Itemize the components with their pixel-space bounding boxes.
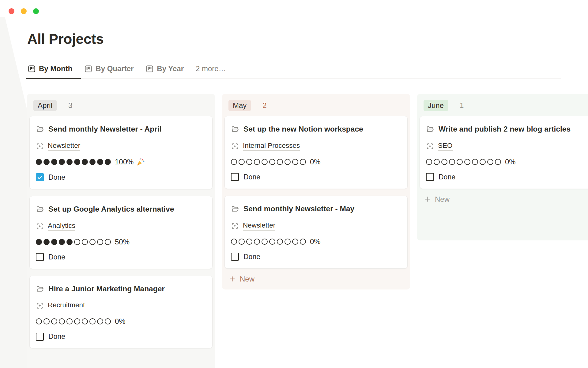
- zoom-window-button[interactable]: [33, 8, 39, 14]
- column-pill[interactable]: June: [424, 100, 448, 111]
- new-item-label: New: [240, 275, 254, 283]
- project-card[interactable]: Write and publish 2 new blog articlesSEO…: [420, 116, 588, 189]
- progress-percent: 0%: [310, 237, 321, 246]
- plus-icon: [424, 196, 431, 203]
- party-popper-icon: [136, 158, 145, 167]
- minimize-window-button[interactable]: [21, 8, 27, 14]
- card-title: Set up the new Notion workspace: [243, 124, 363, 135]
- column-cards: Send monthly Newsletter - AprilNewslette…: [29, 116, 213, 348]
- progress-dot: [105, 239, 111, 245]
- project-link[interactable]: Newsletter: [48, 142, 80, 151]
- project-property-row: Newsletter: [36, 142, 206, 151]
- tab-label: By Quarter: [96, 64, 134, 73]
- progress-dot: [74, 318, 80, 324]
- project-card[interactable]: Send monthly Newsletter - MayNewsletter0…: [224, 196, 408, 269]
- progress-row: 0%: [231, 237, 401, 246]
- progress-dot: [300, 159, 306, 165]
- progress-dot: [89, 239, 96, 245]
- done-label: Done: [48, 173, 65, 182]
- done-row: Done: [426, 173, 588, 181]
- progress-dot: [239, 239, 245, 245]
- progress-dot: [277, 159, 283, 165]
- project-card[interactable]: Send monthly Newsletter - AprilNewslette…: [29, 116, 213, 189]
- tab-label: By Year: [157, 64, 184, 73]
- new-item-button[interactable]: New: [224, 269, 408, 287]
- project-property-row: Recruitment: [36, 301, 206, 310]
- done-checkbox[interactable]: [36, 173, 44, 181]
- project-link[interactable]: Internal Processes: [243, 142, 300, 151]
- open-folder-icon: [231, 125, 239, 133]
- column-pill[interactable]: April: [33, 100, 57, 111]
- done-checkbox[interactable]: [231, 253, 239, 261]
- card-title-row: Set up the new Notion workspace: [231, 124, 401, 135]
- column-header: April3: [29, 96, 213, 116]
- open-folder-icon: [36, 205, 44, 213]
- progress-dot: [480, 159, 486, 165]
- progress-dot: [277, 239, 283, 245]
- board-column-april: April3Send monthly Newsletter - AprilNew…: [27, 94, 215, 368]
- card-title-row: Send monthly Newsletter - April: [36, 124, 206, 135]
- progress-dot: [43, 318, 50, 324]
- progress-dot: [449, 159, 455, 165]
- progress-dot: [66, 159, 73, 165]
- progress-dot: [82, 239, 88, 245]
- progress-dot: [262, 239, 268, 245]
- board-column-may: May2Set up the new Notion workspaceInter…: [222, 94, 410, 289]
- tab-2-more[interactable]: 2 more…: [195, 63, 227, 79]
- done-row: Done: [231, 253, 401, 261]
- done-row: Done: [231, 173, 401, 181]
- progress-percent: 100%: [115, 158, 134, 166]
- progress-dot: [51, 318, 57, 324]
- project-card[interactable]: Set up the new Notion workspaceInternal …: [224, 116, 408, 189]
- project-property-row: Analytics: [36, 222, 206, 231]
- progress-row: 50%: [36, 238, 206, 246]
- new-item-button[interactable]: New: [420, 189, 588, 207]
- tabs-row: By MonthBy QuarterBy Year2 more…: [27, 63, 561, 79]
- progress-dot: [105, 318, 111, 324]
- project-target-icon: [231, 142, 239, 150]
- project-target-icon: [36, 222, 44, 230]
- done-checkbox[interactable]: [36, 253, 44, 261]
- progress-dot: [43, 239, 50, 245]
- column-count: 2: [262, 101, 266, 110]
- progress-dot: [246, 159, 252, 165]
- progress-percent: 50%: [115, 238, 130, 246]
- project-target-icon: [36, 142, 44, 150]
- project-link[interactable]: Newsletter: [243, 221, 275, 231]
- close-window-button[interactable]: [9, 8, 14, 14]
- done-checkbox[interactable]: [231, 173, 239, 181]
- progress-dot: [269, 239, 275, 245]
- project-card[interactable]: Hire a Junior Marketing ManagerRecruitme…: [29, 276, 213, 349]
- window-controls: [9, 8, 39, 14]
- app: { "window": { "controls": ["close", "min…: [0, 0, 588, 368]
- tab-by-year[interactable]: By Year: [145, 63, 184, 79]
- column-pill[interactable]: May: [228, 100, 251, 111]
- progress-dot: [285, 239, 291, 245]
- project-link[interactable]: Analytics: [48, 222, 75, 231]
- board-view-icon: [28, 65, 36, 73]
- project-link[interactable]: SEO: [438, 142, 453, 151]
- progress-dot: [36, 239, 42, 245]
- tab-label: 2 more…: [196, 64, 226, 73]
- progress-dot: [59, 318, 65, 324]
- done-row: Done: [36, 332, 206, 341]
- progress-dot: [66, 239, 73, 245]
- card-title: Write and publish 2 new blog articles: [439, 124, 571, 135]
- tab-by-quarter[interactable]: By Quarter: [84, 63, 134, 79]
- progress-row: 0%: [231, 158, 401, 166]
- project-target-icon: [231, 222, 239, 230]
- done-checkbox[interactable]: [426, 173, 434, 181]
- done-label: Done: [48, 253, 65, 261]
- done-checkbox[interactable]: [36, 333, 44, 341]
- tab-by-month[interactable]: By Month: [27, 63, 73, 79]
- project-link[interactable]: Recruitment: [48, 301, 85, 310]
- checkmark-icon: [37, 174, 43, 181]
- card-title-row: Set up Google Analytics alternative: [36, 204, 206, 215]
- project-card[interactable]: Set up Google Analytics alternativeAnaly…: [29, 196, 213, 269]
- board: April3Send monthly Newsletter - AprilNew…: [27, 94, 588, 368]
- progress-dot: [487, 159, 493, 165]
- progress-percent: 0%: [115, 317, 126, 326]
- progress-dot: [66, 318, 73, 324]
- progress-dot: [254, 239, 260, 245]
- card-title-row: Write and publish 2 new blog articles: [426, 124, 588, 135]
